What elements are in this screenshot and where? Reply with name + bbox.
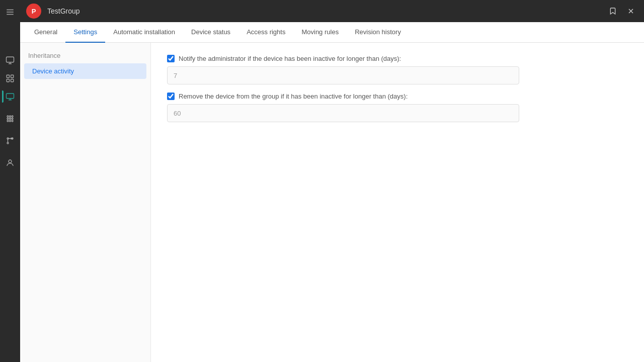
svg-point-21 (9, 160, 12, 163)
svg-rect-4 (7, 75, 9, 77)
main-area: P TestGroup General Settings Automatic i… (20, 0, 644, 362)
left-panel-section-title: Inheritance (20, 49, 150, 62)
sidebar-item-grid2[interactable] (2, 111, 18, 127)
avatar-button[interactable]: P (26, 4, 41, 19)
sidebar-item-user[interactable] (2, 155, 18, 171)
tabbar: General Settings Automatic installation … (20, 22, 644, 43)
tab-revision-history[interactable]: Revision history (347, 22, 409, 43)
svg-point-16 (10, 120, 11, 122)
tab-moving-rules[interactable]: Moving rules (293, 22, 347, 43)
topbar-actions (606, 4, 638, 18)
svg-rect-6 (7, 79, 9, 82)
svg-rect-5 (11, 75, 14, 77)
remove-days-input[interactable] (167, 104, 519, 122)
svg-rect-7 (11, 79, 14, 82)
svg-point-15 (7, 120, 9, 122)
sidebar-item-desktop[interactable] (2, 52, 18, 68)
svg-point-17 (12, 120, 13, 122)
sidebar (0, 0, 20, 362)
remove-label[interactable]: Remove the device from the group if it h… (179, 93, 408, 100)
menu-icon[interactable] (2, 4, 18, 20)
svg-rect-8 (7, 94, 14, 99)
notify-checkbox[interactable] (167, 55, 175, 62)
svg-point-12 (7, 118, 9, 120)
left-panel: Inheritance Device activity (20, 43, 151, 362)
content-area: Inheritance Device activity Notify the a… (20, 43, 644, 362)
tab-automatic-installation[interactable]: Automatic installation (105, 22, 183, 43)
remove-checkbox[interactable] (167, 93, 175, 100)
topbar-title: TestGroup (47, 7, 600, 15)
sidebar-item-monitor[interactable] (2, 88, 18, 105)
close-button[interactable] (624, 4, 638, 18)
svg-point-11 (12, 116, 13, 117)
svg-point-18 (7, 142, 9, 144)
notify-label[interactable]: Notify the administrator if the device h… (179, 55, 401, 62)
notify-days-input[interactable] (167, 66, 519, 84)
svg-point-9 (7, 116, 9, 117)
topbar: P TestGroup (20, 0, 644, 22)
tab-general[interactable]: General (26, 22, 65, 43)
left-panel-item-device-activity[interactable]: Device activity (24, 63, 146, 79)
tab-settings[interactable]: Settings (65, 22, 105, 43)
sidebar-item-grid[interactable] (2, 70, 18, 86)
tab-access-rights[interactable]: Access rights (238, 22, 293, 43)
svg-rect-3 (7, 57, 14, 62)
svg-point-14 (12, 118, 13, 120)
sidebar-nav (0, 52, 20, 171)
remove-checkbox-row: Remove the device from the group if it h… (167, 93, 628, 100)
notify-checkbox-row: Notify the administrator if the device h… (167, 55, 628, 62)
svg-point-13 (10, 118, 11, 120)
right-panel: Notify the administrator if the device h… (151, 43, 644, 362)
bookmark-button[interactable] (606, 4, 620, 18)
tab-device-status[interactable]: Device status (183, 22, 238, 43)
svg-point-10 (10, 116, 11, 117)
sidebar-item-branch[interactable] (2, 133, 18, 149)
